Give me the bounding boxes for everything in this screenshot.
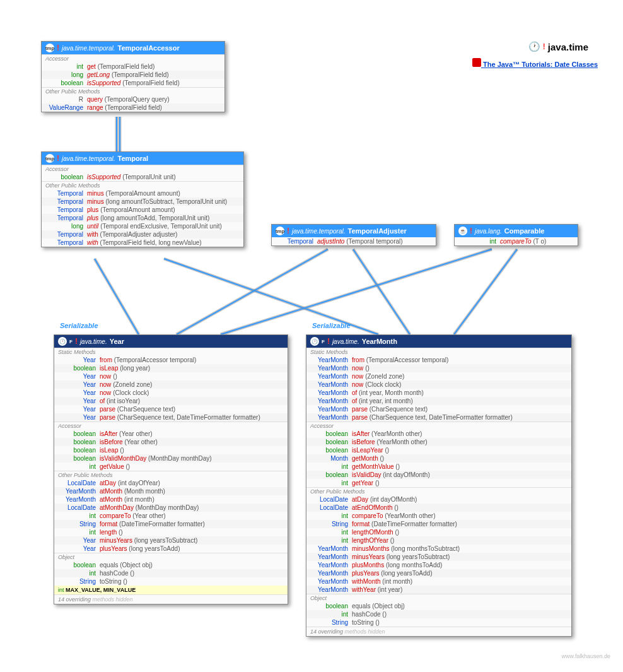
method-row[interactable]: booleanisValidDay (int dayOfMonth) bbox=[306, 471, 571, 479]
method-row[interactable]: YearMonthatMonth (int month) bbox=[54, 495, 288, 504]
method-row[interactable]: YearMonthof (int year, Month month) bbox=[306, 389, 571, 397]
method-row[interactable]: TemporaladjustInto (Temporal temporal) bbox=[272, 237, 436, 245]
class-header[interactable]: 🕐F!java.time.YearMonth bbox=[306, 335, 571, 348]
method-row[interactable]: YearMonthparse (CharSequence text, DateT… bbox=[306, 413, 571, 421]
method-row[interactable]: Temporalwith (TemporalField field, long … bbox=[42, 239, 243, 247]
method-row[interactable]: Temporalwith (TemporalAdjuster adjuster) bbox=[42, 230, 243, 239]
method-row[interactable]: intgetYear () bbox=[306, 479, 571, 487]
footer-hidden-methods: 14 overriding methods hidden bbox=[54, 594, 288, 604]
class-box-Temporal: tmp!java.time.temporal.TemporalAccessorb… bbox=[41, 151, 244, 247]
method-row[interactable]: longgetLong (TemporalField field) bbox=[42, 71, 224, 79]
footer-hidden-methods: 14 overriding methods hidden bbox=[306, 627, 571, 636]
class-header[interactable]: tmp!java.time.temporal.TemporalAccessor bbox=[42, 42, 224, 54]
method-row[interactable]: Temporalplus (TemporalAmount amount) bbox=[42, 206, 243, 214]
method-row[interactable]: Stringformat (DateTimeFormatter formatte… bbox=[306, 520, 571, 528]
method-row[interactable]: YearMonthfrom (TemporalAccessor temporal… bbox=[306, 356, 571, 364]
section-header: Accessor bbox=[42, 54, 224, 62]
method-row[interactable]: booleanisSupported (TemporalUnit unit) bbox=[42, 173, 243, 181]
method-row[interactable]: Rquery (TemporalQuery query) bbox=[42, 95, 224, 103]
method-row[interactable]: LocalDateatMonthDay (MonthDay monthDay) bbox=[54, 504, 288, 512]
section-header: Accessor bbox=[42, 165, 243, 173]
method-row[interactable]: intgetValue () bbox=[54, 463, 288, 471]
method-row[interactable]: StringtoString () bbox=[306, 618, 571, 627]
method-row[interactable]: Stringformat (DateTimeFormatter formatte… bbox=[54, 520, 288, 528]
method-row[interactable]: Yearparse (CharSequence text) bbox=[54, 405, 288, 413]
type-icon: 🕐 bbox=[310, 337, 319, 346]
method-row[interactable]: YearMonthminusMonths (long monthsToSubtr… bbox=[306, 545, 571, 553]
svg-line-4 bbox=[95, 259, 139, 334]
method-row[interactable]: LocalDateatDay (int dayOfMonth) bbox=[306, 495, 571, 504]
method-row[interactable]: StringtoString () bbox=[54, 577, 288, 586]
method-row[interactable]: intcompareTo (T o) bbox=[455, 237, 578, 245]
method-row[interactable]: intlength () bbox=[54, 528, 288, 536]
method-row[interactable]: YearMonthparse (CharSequence text) bbox=[306, 405, 571, 413]
method-row[interactable]: booleanisValidMonthDay (MonthDay monthDa… bbox=[54, 454, 288, 463]
method-row[interactable]: Temporalminus (TemporalAmount amount) bbox=[42, 189, 243, 197]
tutorials-link[interactable]: The Java™ Tutorials: Date Classes bbox=[472, 58, 598, 68]
section-header: Accessor bbox=[54, 421, 288, 430]
section-header: Other Public Methods bbox=[54, 471, 288, 479]
method-row[interactable]: LocalDateatDay (int dayOfYear) bbox=[54, 479, 288, 487]
method-row[interactable]: intcompareTo (Year other) bbox=[54, 512, 288, 520]
method-row[interactable]: intlengthOfYear () bbox=[306, 536, 571, 545]
type-icon: tmp bbox=[276, 227, 284, 235]
section-header: Static Methods bbox=[306, 348, 571, 356]
svg-line-9 bbox=[177, 249, 328, 334]
class-box-TemporalAccessor: tmp!java.time.temporal.TemporalAccessorA… bbox=[41, 41, 225, 112]
method-row[interactable]: YearMonthnow () bbox=[306, 364, 571, 372]
section-header: Accessor bbox=[306, 421, 571, 430]
method-row[interactable]: booleanisAfter (YearMonth other) bbox=[306, 430, 571, 438]
method-row[interactable]: ValueRangerange (TemporalField field) bbox=[42, 103, 224, 112]
method-row[interactable]: booleanequals (Object obj) bbox=[306, 602, 571, 610]
method-row[interactable]: booleanequals (Object obj) bbox=[54, 561, 288, 569]
class-box-Comparable: ☕!java.lang.Comparable intcompareTo (T o… bbox=[454, 224, 578, 246]
type-icon: 🕐 bbox=[58, 337, 67, 346]
method-row[interactable]: YearMonthplusMonths (long monthsToAdd) bbox=[306, 561, 571, 569]
class-header[interactable]: tmp!java.time.temporal.TemporalAdjuster bbox=[272, 225, 436, 237]
method-row[interactable]: intgetMonthValue () bbox=[306, 463, 571, 471]
serializable-label: Serializable bbox=[60, 322, 98, 329]
method-row[interactable]: LocalDateatEndOfMonth () bbox=[306, 504, 571, 512]
method-row[interactable]: inthashCode () bbox=[54, 569, 288, 577]
method-row[interactable]: YearMonthplusYears (long yearsToAdd) bbox=[306, 569, 571, 577]
method-row[interactable]: YearMonthwithYear (int year) bbox=[306, 586, 571, 594]
method-row[interactable]: booleanisAfter (Year other) bbox=[54, 430, 288, 438]
class-header[interactable]: 🕐F!java.time.Year bbox=[54, 335, 288, 348]
svg-line-14 bbox=[454, 249, 517, 334]
section-header: Object bbox=[306, 594, 571, 602]
method-row[interactable]: YearMonthatMonth (Month month) bbox=[54, 487, 288, 495]
method-row[interactable]: intcompareTo (YearMonth other) bbox=[306, 512, 571, 520]
method-row[interactable]: booleanisLeap (long year) bbox=[54, 364, 288, 372]
method-row[interactable]: booleanisBefore (YearMonth other) bbox=[306, 438, 571, 446]
method-row[interactable]: YearMonthnow (ZoneId zone) bbox=[306, 372, 571, 380]
method-row[interactable]: booleanisLeapYear () bbox=[306, 446, 571, 454]
method-row[interactable]: YearMonthwithMonth (int month) bbox=[306, 577, 571, 586]
method-row[interactable]: longuntil (Temporal endExclusive, Tempor… bbox=[42, 222, 243, 230]
method-row[interactable]: MonthgetMonth () bbox=[306, 454, 571, 463]
method-row[interactable]: booleanisSupported (TemporalField field) bbox=[42, 79, 224, 87]
method-row[interactable]: YearMonthof (int year, int month) bbox=[306, 397, 571, 405]
section-header: Other Public Methods bbox=[42, 87, 224, 95]
method-row[interactable]: intget (TemporalField field) bbox=[42, 62, 224, 71]
method-row[interactable]: inthashCode () bbox=[306, 610, 571, 618]
method-row[interactable]: Yearfrom (TemporalAccessor temporal) bbox=[54, 356, 288, 364]
method-row[interactable]: intlengthOfMonth () bbox=[306, 528, 571, 536]
method-row[interactable]: Yearnow (ZoneId zone) bbox=[54, 380, 288, 389]
method-row[interactable]: Temporalplus (long amountToAdd, Temporal… bbox=[42, 214, 243, 222]
type-icon: tmp bbox=[45, 44, 54, 52]
class-header[interactable]: tmp!java.time.temporal.Temporal bbox=[42, 152, 243, 165]
method-row[interactable]: YearplusYears (long yearsToAdd) bbox=[54, 545, 288, 553]
method-row[interactable]: Yearnow () bbox=[54, 372, 288, 380]
class-header[interactable]: ☕!java.lang.Comparable bbox=[455, 225, 578, 237]
method-row[interactable]: Temporalminus (long amountToSubtract, Te… bbox=[42, 197, 243, 206]
method-row[interactable]: Yearnow (Clock clock) bbox=[54, 389, 288, 397]
method-row[interactable]: YearMonthminusYears (long yearsToSubtrac… bbox=[306, 553, 571, 561]
method-row[interactable]: booleanisBefore (Year other) bbox=[54, 438, 288, 446]
method-row[interactable]: Yearof (int isoYear) bbox=[54, 397, 288, 405]
method-row[interactable]: booleanisLeap () bbox=[54, 446, 288, 454]
method-row[interactable]: YearMonthnow (Clock clock) bbox=[306, 380, 571, 389]
method-row[interactable]: Yearparse (CharSequence text, DateTimeFo… bbox=[54, 413, 288, 421]
svg-line-15 bbox=[454, 249, 517, 334]
method-row[interactable]: YearminusYears (long yearsToSubtract) bbox=[54, 536, 288, 545]
package-title: 🕐!java.time bbox=[528, 41, 588, 52]
